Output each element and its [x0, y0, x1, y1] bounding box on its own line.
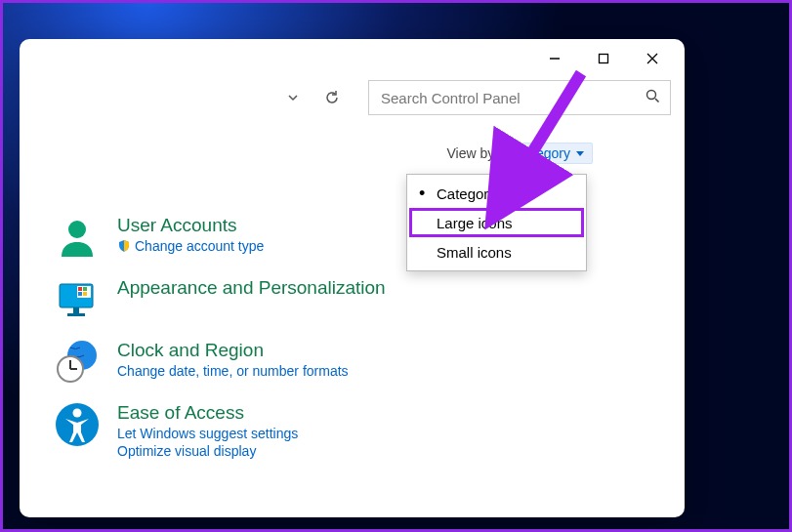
viewby-selected-value: Category — [515, 145, 570, 161]
chevron-down-icon[interactable] — [284, 89, 302, 106]
dropdown-item-label: Small icons — [437, 244, 512, 261]
shield-icon — [117, 239, 131, 253]
appearance-icon — [53, 275, 102, 324]
category-appearance[interactable]: Appearance and Personalization — [53, 275, 661, 324]
svg-point-20 — [73, 409, 82, 418]
category-title: Ease of Access — [117, 402, 298, 424]
svg-rect-1 — [600, 55, 608, 63]
category-title: Clock and Region — [117, 340, 349, 361]
viewby-label: View by: — [447, 145, 499, 161]
viewby-dropdown-trigger[interactable]: Category — [506, 143, 593, 164]
search-placeholder: Search Control Panel — [381, 90, 521, 106]
clock-region-icon — [53, 338, 102, 387]
control-panel-window: Search Control Panel View by: Category C… — [20, 39, 685, 517]
dropdown-item-category[interactable]: Category — [407, 179, 586, 208]
link-change-date-time[interactable]: Change date, time, or number formats — [117, 363, 349, 379]
search-input[interactable]: Search Control Panel — [368, 80, 671, 115]
svg-rect-8 — [73, 307, 79, 313]
category-title: Appearance and Personalization — [117, 277, 386, 299]
viewby-dropdown-menu: Category Large icons Small icons — [406, 174, 587, 271]
minimize-button[interactable] — [532, 43, 577, 74]
category-title: User Accounts — [117, 215, 264, 236]
svg-rect-14 — [83, 292, 87, 296]
link-optimize-visual[interactable]: Optimize visual display — [117, 443, 298, 459]
svg-rect-11 — [78, 287, 82, 291]
address-bar-tail — [33, 89, 358, 106]
link-change-account-type[interactable]: Change account type — [117, 238, 264, 254]
viewby-row: View by: Category — [43, 143, 661, 164]
toolbar: Search Control Panel — [20, 78, 685, 123]
svg-line-5 — [655, 99, 659, 102]
dropdown-item-large-icons[interactable]: Large icons — [407, 208, 586, 237]
window-titlebar — [20, 39, 685, 78]
svg-rect-9 — [67, 313, 85, 316]
dropdown-item-label: Large icons — [437, 215, 513, 231]
search-icon[interactable] — [646, 89, 660, 106]
content-area: View by: Category Category Large icons S… — [20, 123, 685, 517]
dropdown-item-small-icons[interactable]: Small icons — [407, 237, 586, 266]
ease-of-access-icon — [53, 400, 102, 449]
close-button[interactable] — [630, 43, 675, 74]
category-ease-of-access[interactable]: Ease of Access Let Windows suggest setti… — [53, 400, 661, 459]
dropdown-item-label: Category — [437, 185, 496, 202]
svg-rect-13 — [78, 292, 82, 296]
user-accounts-icon — [53, 213, 102, 262]
maximize-button[interactable] — [581, 43, 626, 74]
link-windows-suggest[interactable]: Let Windows suggest settings — [117, 426, 298, 441]
svg-point-6 — [68, 221, 86, 238]
svg-point-4 — [647, 91, 656, 100]
svg-rect-12 — [83, 287, 87, 291]
category-clock-region[interactable]: Clock and Region Change date, time, or n… — [53, 338, 661, 387]
refresh-icon[interactable] — [323, 89, 341, 106]
caret-down-icon — [576, 151, 584, 156]
